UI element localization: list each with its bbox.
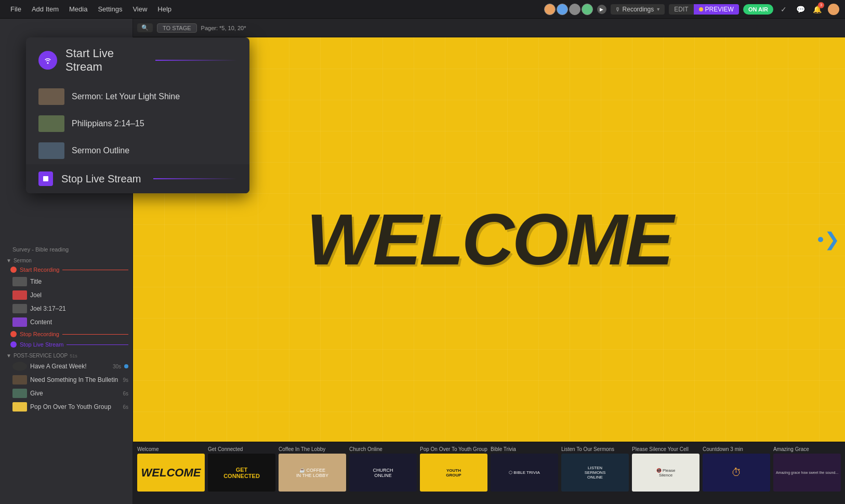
- stop-divider-line: [153, 178, 237, 179]
- notification-icon[interactable]: 🔔 3: [811, 3, 823, 16]
- thumb-countdown[interactable]: Countdown 3 min ⏱: [703, 446, 770, 500]
- post-time-youth: 6s: [123, 404, 128, 410]
- stop-icon-circle: [38, 171, 53, 186]
- service-item-joel[interactable]: Joel: [0, 288, 133, 302]
- thumb-coffee[interactable]: Coffee In The Lobby ☕ COFFEEIN THE LOBBY: [279, 446, 346, 500]
- post-label-youth: Pop On Over To Youth Group: [30, 403, 120, 410]
- stream-item-1[interactable]: Philippians 2:14–15: [26, 110, 249, 137]
- service-item-title[interactable]: Title: [0, 275, 133, 288]
- stop-stream-label-list: Stop Live Stream: [20, 341, 63, 348]
- thumb-img-welcome: WELCOME: [137, 454, 205, 492]
- main-layout: Start Live Stream Sermon: Let Your Light…: [0, 19, 845, 504]
- start-stream-label: Start Live Stream: [65, 47, 147, 74]
- edit-preview-group: EDIT PREVIEW: [669, 4, 739, 15]
- thumb-connected[interactable]: Get Connected GETCONNECTED: [208, 446, 275, 500]
- stop-stream-header: Stop Live Stream: [26, 164, 249, 193]
- stream-thumb-0: [38, 88, 64, 105]
- play-button[interactable]: ▶: [597, 5, 606, 14]
- thumb-title-amazing-grace: Amazing Grace: [773, 446, 841, 452]
- item-thumb-joel: [12, 290, 27, 300]
- thumb-sermons[interactable]: Listen To Our Sermons LISTENSERMONSONLIN…: [561, 446, 629, 500]
- post-thumb-give: [12, 389, 27, 398]
- live-indicator-dot: [124, 364, 128, 368]
- stop-stream-label: Stop Live Stream: [61, 173, 145, 185]
- thumb-title-coffee: Coffee In The Lobby: [279, 446, 346, 452]
- post-time-give: 6s: [123, 391, 128, 396]
- post-service-header: ▼ POST-SERVICE LOOP 51s: [0, 350, 133, 360]
- check-icon[interactable]: ✓: [777, 3, 790, 16]
- stream-item-0[interactable]: Sermon: Let Your Light Shine: [26, 83, 249, 110]
- post-item-bulletin[interactable]: Need Something In The Bulletin 9s: [0, 373, 133, 387]
- post-label-great-week: Have A Great Week!: [30, 363, 110, 370]
- thumb-title-connected: Get Connected: [208, 446, 275, 452]
- post-thumb-bulletin: [12, 375, 27, 384]
- chat-icon[interactable]: 💬: [794, 3, 807, 16]
- thumb-youth[interactable]: Pop On Over To Youth Group YOUTHGROUP: [420, 446, 487, 500]
- post-item-great-week[interactable]: Have A Great Week! 30s: [0, 360, 133, 373]
- edit-button[interactable]: EDIT: [669, 4, 693, 15]
- next-arrow-button[interactable]: ❯: [818, 229, 840, 250]
- menu-settings[interactable]: Settings: [93, 3, 127, 15]
- menu-view[interactable]: View: [127, 3, 152, 15]
- menu-file[interactable]: File: [5, 3, 27, 15]
- stop-recording-marker[interactable]: Stop Recording: [0, 329, 133, 339]
- thumb-silence[interactable]: Please Silence Your Cell 📵 PleaseSilence: [632, 446, 699, 500]
- menu-help[interactable]: Help: [152, 3, 177, 15]
- stream-thumb-1: [38, 115, 64, 132]
- item-thumb-joel-verse: [12, 304, 27, 313]
- start-recording-marker[interactable]: Start Recording: [0, 264, 133, 275]
- post-label-bulletin: Need Something In The Bulletin: [30, 376, 120, 383]
- svg-point-0: [47, 62, 49, 64]
- welcome-text: WELCOME: [306, 203, 671, 276]
- microphone-icon: 🎙: [615, 6, 620, 12]
- avatar-group: [544, 4, 593, 15]
- post-item-youth[interactable]: Pop On Over To Youth Group 6s: [0, 400, 133, 414]
- post-collapse-icon[interactable]: ▼: [6, 353, 11, 359]
- thumb-title-welcome: Welcome: [137, 446, 205, 452]
- item-label-title: Title: [30, 278, 128, 285]
- thumb-welcome[interactable]: Welcome WELCOME: [137, 446, 205, 500]
- record-start-dot: [10, 267, 17, 273]
- preview-button[interactable]: PREVIEW: [694, 4, 739, 15]
- thumb-img-countdown: ⏱: [703, 454, 770, 492]
- avatar-1: [544, 4, 556, 15]
- stream-item-2[interactable]: Sermon Outline: [26, 137, 249, 164]
- thumb-img-youth: YOUTHGROUP: [420, 454, 487, 492]
- thumb-img-trivia: ⬡ BIBLE TRIVIA: [491, 454, 558, 492]
- preview-dot: [699, 7, 703, 11]
- post-thumb-great-week: [12, 362, 27, 371]
- thumb-title-youth: Pop On Over To Youth Group: [420, 446, 487, 452]
- recordings-button[interactable]: 🎙 Recordings ▼: [611, 4, 665, 15]
- post-time-great-week: 30s: [113, 364, 121, 369]
- survey-item[interactable]: Survey - Bible reading: [0, 244, 133, 255]
- thumb-title-sermons: Listen To Our Sermons: [561, 446, 629, 452]
- start-stream-header: Start Live Stream: [26, 37, 249, 83]
- to-stage-button[interactable]: TO STAGE: [157, 23, 197, 33]
- thumb-church-online[interactable]: Church Online CHURCHONLINE: [349, 446, 417, 500]
- service-item-joel-verse[interactable]: Joel 3:17–21: [0, 302, 133, 315]
- menu-media[interactable]: Media: [64, 3, 93, 15]
- avatar-2: [557, 4, 568, 15]
- post-service-time: 51s: [70, 353, 77, 359]
- service-item-content[interactable]: Content: [0, 315, 133, 329]
- wifi-icon: [43, 56, 52, 65]
- post-item-give[interactable]: Give 6s: [0, 387, 133, 400]
- user-avatar-icon[interactable]: [827, 3, 840, 16]
- thumb-img-connected: GETCONNECTED: [208, 454, 275, 492]
- thumb-title-countdown: Countdown 3 min: [703, 446, 770, 452]
- on-air-button[interactable]: ON AIR: [743, 4, 773, 15]
- stream-item-label-2: Sermon Outline: [72, 146, 129, 155]
- collapse-icon[interactable]: ▼: [6, 258, 11, 263]
- menu-add-item[interactable]: Add Item: [27, 3, 64, 15]
- stop-square-icon: [43, 176, 48, 181]
- stop-stream-marker[interactable]: Stop Live Stream: [0, 339, 133, 350]
- stream-stop-line: [67, 344, 128, 345]
- item-thumb-title: [12, 277, 27, 286]
- recordings-label: Recordings: [623, 6, 654, 13]
- start-recording-label: Start Recording: [20, 267, 59, 273]
- thumb-trivia[interactable]: Bible Trivia ⬡ BIBLE TRIVIA: [491, 446, 558, 500]
- stop-recording-label: Stop Recording: [20, 331, 59, 337]
- post-service-label: POST-SERVICE LOOP: [14, 353, 68, 359]
- search-box[interactable]: 🔍: [137, 23, 153, 32]
- thumb-amazing-grace[interactable]: Amazing Grace Amazing grace how sweet th…: [773, 446, 841, 500]
